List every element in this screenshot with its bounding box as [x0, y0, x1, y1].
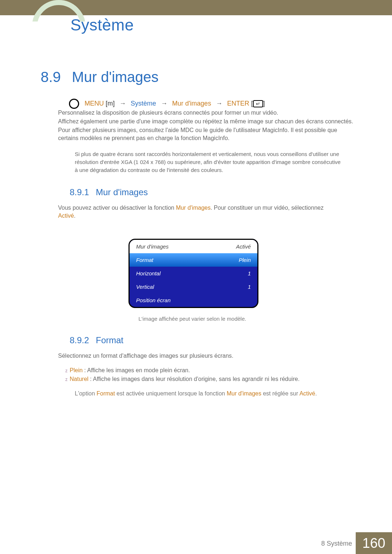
subsection-number-2: 8.9.2: [70, 335, 89, 345]
menu-row-horizontal: Horizontal 1: [130, 267, 257, 280]
nav-bullet-icon: [69, 99, 79, 109]
menu-label: Format: [136, 257, 154, 263]
subsection-title-1: Mur d'images: [96, 187, 148, 197]
bullet-icon: z: [65, 377, 68, 382]
menu-row-position: Position écran: [130, 294, 257, 307]
section-title: Mur d'images: [72, 69, 159, 85]
bullet-naturel: zNaturel : Affiche les images dans leur …: [65, 376, 299, 382]
menu-label: Horizontal: [136, 270, 161, 276]
menu-glyph: [m]: [106, 100, 115, 107]
bullet-icon: z: [65, 368, 68, 373]
nav-menu: MENU: [85, 100, 104, 107]
menu-value: Activé: [236, 243, 251, 250]
menu-caption: L'image affichée peut varier selon le mo…: [128, 316, 256, 322]
menu-label: Position écran: [136, 297, 171, 303]
enter-glyph: [↵]: [251, 100, 265, 107]
chapter-title: Système: [70, 16, 134, 34]
footer-chapter-label: 8 Système: [321, 540, 352, 547]
menu-value: 1: [248, 270, 251, 276]
menu-row-selected: Mur d'images Activé: [130, 240, 257, 253]
menu-label: Mur d'images: [136, 243, 169, 250]
arrow-icon: →: [161, 100, 167, 107]
format-bullets: zPlein : Affiche les images en mode plei…: [65, 365, 299, 385]
page-number: 160: [356, 532, 392, 554]
menu-row-vertical: Vertical 1: [130, 280, 257, 294]
body-text-2: Affichez également une partie d'une imag…: [58, 118, 353, 126]
arrow-icon: →: [119, 100, 126, 107]
menu-navigation-path: MENU [m] → Système → Mur d'images → ENTE…: [69, 99, 265, 109]
note-text: Si plus de quatre écrans sont raccordés …: [75, 150, 343, 174]
para-1: Vous pouvez activer ou désactiver la fon…: [58, 204, 348, 220]
section-number: 8.9: [41, 69, 61, 85]
nav-system: Système: [131, 100, 156, 107]
menu-value: 1: [248, 284, 251, 290]
menu-value: Plein: [239, 257, 251, 263]
subsection-title-2: Format: [96, 335, 123, 345]
nav-enter: ENTER: [227, 100, 249, 107]
nav-mur: Mur d'images: [172, 100, 211, 107]
menu-label: Vertical: [136, 284, 154, 290]
menu-row-format: Format Plein: [130, 253, 257, 267]
bullet-plein: zPlein : Affiche les images en mode plei…: [65, 367, 299, 374]
format-note: L'option Format est activée uniquement l…: [75, 390, 343, 397]
arrow-icon: →: [216, 100, 222, 107]
osd-menu-preview: Mur d'images Activé Format Plein Horizon…: [128, 239, 258, 308]
body-text-1: Personnalisez la disposition de plusieur…: [58, 109, 278, 117]
subsection-number-1: 8.9.1: [70, 187, 89, 197]
format-intro: Sélectionnez un format d'affichage des i…: [58, 352, 348, 360]
body-text-3: Pour afficher plusieurs images, consulte…: [58, 126, 348, 142]
